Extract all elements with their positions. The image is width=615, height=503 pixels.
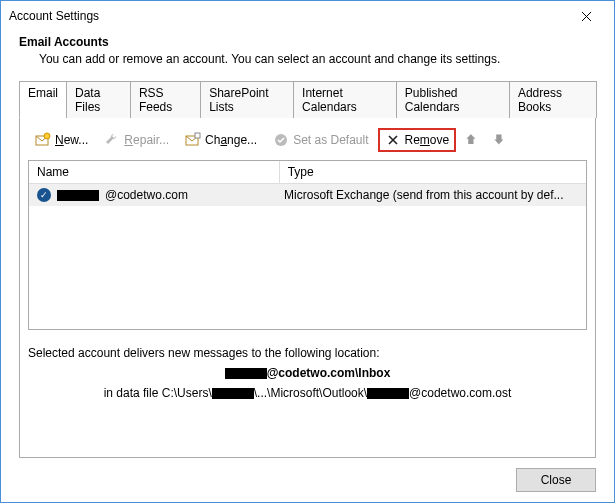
redacted-name: [57, 190, 99, 201]
tab-data-files[interactable]: Data Files: [66, 81, 131, 118]
set-default-button[interactable]: Set as Default: [266, 128, 375, 152]
name-suffix: @codetwo.com: [105, 188, 188, 202]
change-label: Change...: [205, 133, 257, 147]
toolbar: New... Repair... Change... Set as Defaul…: [28, 126, 587, 160]
tab-address-books[interactable]: Address Books: [509, 81, 597, 118]
tab-panel-email: New... Repair... Change... Set as Defaul…: [19, 118, 596, 458]
accounts-table: Name Type ✓ @codetwo.com Microsoft Excha…: [28, 160, 587, 330]
content: Email Accounts You can add or remove an …: [1, 31, 614, 458]
window-title: Account Settings: [9, 9, 566, 23]
arrow-up-icon: 🡅: [465, 133, 477, 147]
svg-point-1: [44, 133, 50, 139]
arrow-down-icon: 🡇: [493, 133, 505, 147]
page-heading: Email Accounts: [19, 35, 596, 49]
tab-email[interactable]: Email: [19, 81, 67, 118]
table-row[interactable]: ✓ @codetwo.com Microsoft Exchange (send …: [29, 184, 586, 206]
move-down-button[interactable]: 🡇: [486, 129, 512, 151]
col-type[interactable]: Type: [280, 161, 586, 183]
table-body: ✓ @codetwo.com Microsoft Exchange (send …: [29, 184, 586, 329]
tab-internet-calendars[interactable]: Internet Calendars: [293, 81, 397, 118]
close-button[interactable]: Close: [516, 468, 596, 492]
new-label: New...: [55, 133, 88, 147]
location-info: Selected account delivers new messages t…: [28, 346, 587, 400]
change-button[interactable]: Change...: [178, 128, 264, 152]
repair-button[interactable]: Repair...: [97, 128, 176, 152]
tab-sharepoint-lists[interactable]: SharePoint Lists: [200, 81, 294, 118]
redacted-mailbox: [225, 368, 267, 379]
envelope-new-icon: [35, 132, 51, 148]
tab-published-calendars[interactable]: Published Calendars: [396, 81, 510, 118]
close-window-button[interactable]: [566, 2, 606, 30]
set-default-label: Set as Default: [293, 133, 368, 147]
location-mailbox: @codetwo.com\Inbox: [28, 366, 587, 380]
table-header: Name Type: [29, 161, 586, 184]
tabs: Email Data Files RSS Feeds SharePoint Li…: [19, 80, 596, 118]
svg-rect-3: [195, 133, 200, 138]
cell-name: ✓ @codetwo.com: [33, 187, 280, 203]
default-account-icon: ✓: [37, 188, 51, 202]
redacted-file: [367, 388, 409, 399]
move-up-button[interactable]: 🡅: [458, 129, 484, 151]
col-name[interactable]: Name: [29, 161, 280, 183]
location-intro: Selected account delivers new messages t…: [28, 346, 587, 360]
cell-type: Microsoft Exchange (send from this accou…: [280, 187, 582, 203]
redacted-user: [212, 388, 254, 399]
remove-label: Remove: [405, 133, 450, 147]
checkmark-icon: [273, 132, 289, 148]
close-icon: [581, 11, 592, 22]
location-datafile: in data file C:\Users\\...\Microsoft\Out…: [28, 386, 587, 400]
page-subheading: You can add or remove an account. You ca…: [39, 52, 596, 66]
repair-label: Repair...: [124, 133, 169, 147]
wrench-icon: [104, 132, 120, 148]
remove-button[interactable]: Remove: [378, 128, 457, 152]
x-icon: [385, 132, 401, 148]
envelope-change-icon: [185, 132, 201, 148]
titlebar: Account Settings: [1, 1, 614, 31]
new-button[interactable]: New...: [28, 128, 95, 152]
tab-rss-feeds[interactable]: RSS Feeds: [130, 81, 201, 118]
footer: Close: [1, 458, 614, 502]
